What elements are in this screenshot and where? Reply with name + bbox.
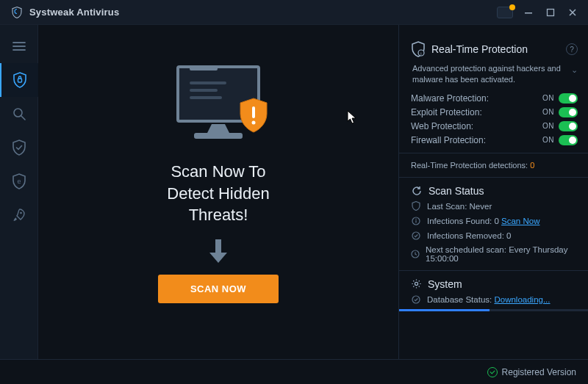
sidebar-item-boost[interactable] — [0, 198, 38, 232]
toggle-state: ON — [542, 122, 554, 130]
registered-label: Registered Version — [502, 367, 576, 377]
sidebar: e — [0, 25, 38, 359]
svg-rect-8 — [215, 239, 221, 253]
right-panel: i Real-Time Protection ? Advanced protec… — [398, 25, 588, 359]
sidebar-item-protection[interactable] — [0, 63, 38, 97]
toggle-state: ON — [542, 94, 554, 102]
minimize-button[interactable] — [517, 4, 539, 21]
gear-icon — [411, 278, 422, 289]
help-icon[interactable]: ? — [566, 43, 578, 55]
main-panel: Scan Now To Detect Hidden Threats! SCAN … — [38, 25, 398, 359]
sidebar-menu-button[interactable] — [0, 29, 38, 63]
refresh-icon — [411, 185, 423, 197]
rtp-label: Exploit Protection: — [411, 107, 482, 117]
arrow-down-icon — [208, 238, 229, 264]
toggle-state: ON — [542, 108, 554, 116]
sidebar-item-web[interactable]: e — [0, 164, 38, 198]
rtp-label: Firewall Protection: — [411, 135, 486, 145]
status-next-scan: Next scheduled scan: Every Thursday 15:0… — [411, 245, 578, 263]
headline-line: Detect Hidden — [167, 183, 269, 205]
shield-info-icon: i — [411, 41, 426, 57]
rtp-row-web: Web Protection: ON — [411, 121, 578, 131]
toggle-state: ON — [542, 136, 554, 144]
check-circle-icon — [411, 231, 421, 241]
detections-count: 0 — [530, 161, 534, 170]
monitor-illustration — [163, 65, 273, 146]
database-status-value[interactable]: Downloading... — [494, 295, 550, 304]
svg-rect-2 — [18, 79, 21, 82]
svg-rect-0 — [525, 12, 532, 14]
app-logo: Systweak Antivirus — [10, 6, 119, 19]
rtp-title: i Real-Time Protection — [411, 41, 528, 57]
svg-text:e: e — [17, 178, 21, 185]
status-infections-found: Infections Found: 0 Scan Now — [411, 216, 578, 226]
close-button[interactable] — [562, 4, 584, 21]
status-database: Database Status: Downloading... — [411, 294, 578, 305]
rtp-label: Malware Protection: — [411, 93, 489, 104]
svg-rect-6 — [252, 106, 255, 118]
rtp-row-malware: Malware Protection: ON — [411, 93, 578, 104]
check-circle-icon — [487, 367, 498, 377]
download-progress — [399, 309, 588, 311]
clock-icon — [411, 249, 420, 259]
scan-now-button[interactable]: SCAN NOW — [158, 275, 279, 303]
sidebar-item-scan[interactable] — [0, 97, 38, 131]
svg-rect-1 — [548, 9, 554, 15]
chevron-down-icon[interactable]: ⌄ — [571, 65, 578, 76]
toggle-exploit[interactable] — [559, 107, 578, 117]
svg-point-3 — [14, 109, 22, 117]
shield-small-icon — [411, 201, 421, 211]
svg-text:i: i — [420, 51, 421, 56]
info-icon — [411, 216, 421, 226]
svg-point-14 — [412, 232, 420, 239]
titlebar: Systweak Antivirus — [0, 0, 588, 25]
rtp-subtitle: Advanced protection against hackers and … — [412, 63, 578, 86]
svg-point-13 — [415, 218, 417, 220]
status-infections-removed: Infections Removed: 0 — [411, 231, 578, 241]
rtp-row-exploit: Exploit Protection: ON — [411, 107, 578, 117]
status-last-scan: Last Scan: Never — [411, 201, 578, 211]
footer: Registered Version — [0, 359, 588, 384]
rtp-title-text: Real-Time Protection — [431, 43, 528, 55]
check-circle-icon — [411, 294, 421, 305]
toggle-malware[interactable] — [559, 93, 578, 104]
headline-line: Threats! — [167, 204, 269, 226]
scan-now-link[interactable]: Scan Now — [501, 217, 539, 225]
system-title: System — [411, 278, 578, 290]
rtp-label: Web Protection: — [411, 121, 473, 131]
scan-status-title: Scan Status — [411, 185, 578, 197]
shield-alert-icon — [238, 98, 269, 133]
svg-rect-12 — [415, 220, 416, 223]
app-logo-icon — [10, 6, 24, 19]
headline-line: Scan Now To — [167, 161, 269, 183]
svg-point-5 — [20, 212, 22, 214]
toggle-web[interactable] — [559, 121, 578, 131]
svg-point-7 — [252, 121, 256, 125]
headline: Scan Now To Detect Hidden Threats! — [167, 161, 269, 226]
maximize-button[interactable] — [539, 4, 562, 21]
toggle-firewall[interactable] — [559, 135, 578, 145]
svg-point-16 — [415, 283, 417, 286]
rtp-row-firewall: Firewall Protection: ON — [411, 135, 578, 145]
wallet-icon[interactable] — [497, 7, 513, 18]
app-title: Systweak Antivirus — [29, 7, 119, 18]
rtp-detections: Real-Time Protection detections: 0 — [411, 161, 578, 170]
sidebar-item-quarantine[interactable] — [0, 131, 38, 164]
svg-point-17 — [412, 296, 420, 303]
